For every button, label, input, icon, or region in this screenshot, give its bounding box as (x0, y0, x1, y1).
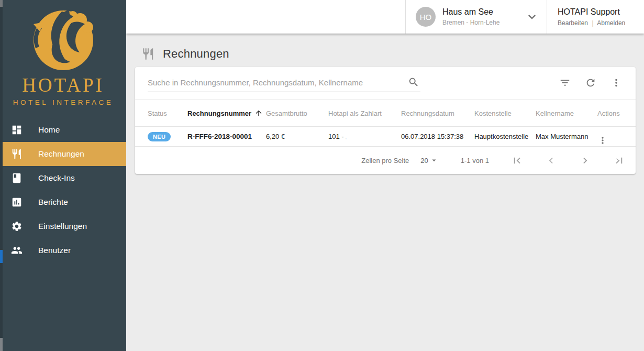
last-page-icon[interactable] (613, 155, 625, 167)
sidebar-item-label: Berichte (38, 198, 68, 207)
sidebar-item-label: Rechnungen (38, 149, 84, 159)
horse-logo-icon (26, 8, 101, 72)
rows-per-page-label: Zeilen pro Seite (361, 157, 409, 164)
people-icon (11, 245, 23, 256)
zahlart-cell: 101 -, (328, 133, 401, 140)
user-name: HOTAPI Support (558, 7, 644, 17)
edge-strip-segment (0, 338, 3, 351)
user-links: Bearbeiten | Abmelden (558, 19, 644, 27)
kostenstelle-cell: Hauptkostenstelle (474, 133, 536, 140)
link-separator: | (592, 19, 593, 27)
column-header-actions: Actions (597, 109, 623, 117)
zahlart-suffix: , (346, 135, 347, 140)
sidebar-item-label: Benutzer (38, 246, 71, 255)
edit-link[interactable]: Bearbeiten (558, 19, 588, 27)
edge-strip-indicator (0, 250, 3, 263)
column-header-label: Rechnungsnummer (187, 109, 251, 117)
sidebar-item-home[interactable]: Home (0, 118, 126, 142)
topbar-spacer (126, 0, 405, 34)
sidebar-menu: Home Rechnungen Check-Ins Berichte Einst… (0, 118, 126, 262)
search-input[interactable] (148, 75, 420, 92)
toolbar-actions (546, 77, 623, 90)
rechnungsnummer-cell: R-FFF6-2018-00001 (187, 133, 266, 140)
column-header-zahlart[interactable]: Hotapi als Zahlart (328, 109, 401, 117)
pagination-bar: Zeilen pro Seite 20 1-1 von 1 (135, 147, 636, 174)
gesamtbrutto-cell: 6,20 € (266, 133, 328, 140)
first-page-icon[interactable] (511, 155, 523, 167)
column-header-kostenstelle[interactable]: Kostenstelle (474, 109, 536, 117)
search-box (148, 75, 420, 92)
column-header-rechnungsnummer[interactable]: Rechnungsnummer (187, 109, 266, 117)
brand-tagline: HOTEL INTERFACE (0, 98, 126, 106)
window-edge-strip (0, 0, 3, 351)
brand-logo: HOTAPI HOTEL INTERFACE (0, 0, 126, 106)
status-badge: NEU (148, 132, 171, 141)
property-avatar: HO (416, 7, 436, 27)
logout-link[interactable]: Abmelden (597, 19, 625, 27)
row-more-vert-icon[interactable] (597, 135, 623, 146)
rechnungsdatum-cell: 06.07.2018 15:37:38 (401, 133, 474, 140)
table-header-row: Status Rechnungsnummer Gesamtbrutto Hota… (135, 100, 636, 127)
previous-page-icon[interactable] (545, 155, 557, 167)
page-header: Rechnungen (141, 47, 644, 61)
sidebar-item-label: Check-Ins (38, 173, 75, 183)
column-header-status[interactable]: Status (148, 109, 187, 117)
rows-per-page-value: 20 (420, 157, 428, 164)
book-icon (11, 172, 23, 184)
user-menu: HOTAPI Support Bearbeiten | Abmelden (547, 0, 644, 34)
sort-ascending-icon (251, 109, 263, 117)
sidebar-item-benutzer[interactable]: Benutzer (0, 238, 126, 262)
sidebar-item-rechnungen[interactable]: Rechnungen (0, 142, 126, 166)
restaurant-icon (141, 47, 155, 61)
column-header-rechnungsdatum[interactable]: Rechnungsdatum (401, 109, 474, 117)
actions-cell (597, 127, 623, 146)
restaurant-icon (11, 148, 23, 160)
property-location: Bremen - Horn-Lehe (442, 19, 499, 26)
more-vert-icon[interactable] (610, 77, 623, 90)
sidebar-item-berichte[interactable]: Berichte (0, 190, 126, 214)
status-cell: NEU (148, 132, 187, 141)
property-info: Haus am See Bremen - Horn-Lehe (442, 7, 499, 26)
edge-strip-segment (0, 0, 3, 7)
main-content: Rechnungen (126, 34, 644, 351)
topbar: HO Haus am See Bremen - Horn-Lehe HOTAPI… (126, 0, 644, 34)
kellnername-cell: Max Mustermann (536, 133, 597, 140)
column-header-kellnername[interactable]: Kellnername (536, 109, 597, 117)
dashboard-icon (11, 124, 23, 136)
sidebar-item-label: Home (38, 125, 60, 135)
refresh-icon[interactable] (585, 77, 597, 90)
zahlart-value: 101 - (328, 133, 344, 140)
page-title: Rechnungen (163, 47, 229, 61)
column-header-gesamtbrutto[interactable]: Gesamtbrutto (266, 109, 328, 117)
invoices-card: Status Rechnungsnummer Gesamtbrutto Hota… (135, 67, 636, 174)
sidebar: HOTAPI HOTEL INTERFACE Home Rechnungen C… (0, 0, 126, 351)
property-name: Haus am See (442, 7, 499, 17)
search-icon (408, 76, 419, 88)
table-toolbar (135, 67, 636, 100)
next-page-icon[interactable] (579, 155, 591, 167)
property-selector[interactable]: HO Haus am See Bremen - Horn-Lehe (405, 0, 547, 34)
dropdown-arrow-icon (429, 156, 439, 165)
sidebar-item-checkins[interactable]: Check-Ins (0, 166, 126, 190)
brand-name: HOTAPI (0, 75, 126, 95)
filter-icon[interactable] (559, 77, 572, 90)
gear-icon (11, 221, 23, 232)
sidebar-item-einstellungen[interactable]: Einstellungen (0, 214, 126, 238)
chevron-down-icon[interactable] (525, 9, 539, 24)
rows-per-page-select[interactable]: 20 (420, 156, 438, 165)
sidebar-item-label: Einstellungen (38, 222, 87, 231)
pagination-range: 1-1 von 1 (461, 157, 489, 164)
table-row[interactable]: NEU R-FFF6-2018-00001 6,20 € 101 -, 06.0… (135, 127, 636, 147)
bar-chart-icon (11, 196, 23, 208)
